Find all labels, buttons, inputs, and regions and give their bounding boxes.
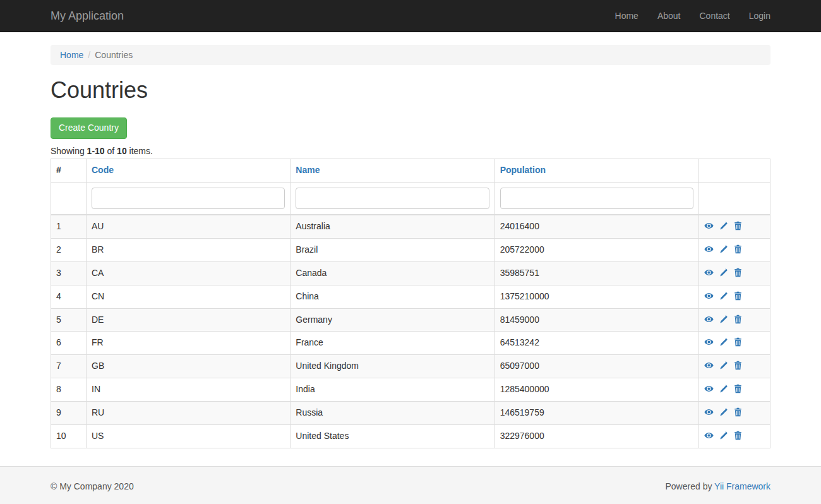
view-button[interactable] [704, 407, 714, 419]
sort-population-link[interactable]: Population [500, 165, 546, 175]
eye-icon [704, 291, 714, 301]
cell-index: 4 [51, 285, 87, 308]
cell-population: 65097000 [494, 355, 698, 378]
create-country-button[interactable]: Create Country [51, 117, 127, 139]
eye-icon [704, 384, 714, 394]
cell-code: CA [87, 261, 291, 285]
update-button[interactable] [719, 220, 728, 233]
summary-total: 10 [117, 146, 127, 156]
summary-suffix: items. [127, 146, 153, 156]
table-row: 2BRBrazil205722000 [51, 238, 770, 261]
trash-icon [733, 268, 743, 278]
header-name: Name [291, 159, 494, 182]
pencil-icon [719, 315, 728, 325]
update-button[interactable] [719, 244, 728, 256]
view-button[interactable] [704, 383, 714, 396]
eye-icon [704, 244, 714, 255]
pencil-icon [719, 221, 728, 231]
delete-button[interactable] [733, 360, 743, 373]
nav-item-contact[interactable]: Contact [690, 0, 739, 32]
summary-prefix: Showing [51, 146, 87, 156]
sort-name-link[interactable]: Name [296, 165, 320, 175]
delete-button[interactable] [733, 220, 743, 233]
breadcrumb: Home / Countries [51, 45, 770, 65]
nav-item-home[interactable]: Home [606, 0, 648, 32]
cell-code: IN [87, 378, 291, 402]
cell-population: 81459000 [494, 308, 698, 332]
delete-button[interactable] [733, 244, 743, 256]
delete-button[interactable] [733, 430, 743, 443]
population-filter-input[interactable] [500, 188, 693, 209]
update-button[interactable] [719, 291, 728, 303]
header-actions [699, 159, 770, 182]
yii-framework-link[interactable]: Yii Framework [714, 481, 770, 491]
powered-by-text: Powered by Yii Framework [665, 481, 770, 491]
pencil-icon [719, 384, 728, 394]
update-button[interactable] [719, 314, 728, 327]
cell-name: India [291, 378, 494, 402]
cell-population: 64513242 [494, 332, 698, 355]
table-row: 1AUAustralia24016400 [51, 215, 770, 238]
main-content: Home / Countries Countries Create Countr… [0, 32, 821, 466]
cell-index: 8 [51, 378, 87, 402]
view-button[interactable] [704, 291, 714, 303]
cell-actions [699, 378, 770, 402]
eye-icon [704, 361, 714, 371]
update-button[interactable] [719, 383, 728, 396]
name-filter-input[interactable] [296, 188, 489, 209]
breadcrumb-current: Countries [95, 50, 133, 60]
breadcrumb-home-link[interactable]: Home [60, 50, 83, 60]
update-button[interactable] [719, 430, 728, 443]
trash-icon [733, 431, 743, 441]
update-button[interactable] [719, 267, 728, 280]
top-navbar: My Application Home About Contact Login [0, 0, 821, 32]
delete-button[interactable] [733, 291, 743, 303]
summary-middle: of [105, 146, 117, 156]
trash-icon [733, 384, 743, 394]
update-button[interactable] [719, 337, 728, 349]
cell-population: 205722000 [494, 238, 698, 261]
cell-actions [699, 332, 770, 355]
cell-code: FR [87, 332, 291, 355]
trash-icon [733, 221, 743, 231]
cell-index: 10 [51, 425, 87, 448]
table-row: 8INIndia1285400000 [51, 378, 770, 402]
sort-code-link[interactable]: Code [92, 165, 114, 175]
filter-cell-actions [699, 182, 770, 215]
summary-range: 1-10 [87, 146, 105, 156]
view-button[interactable] [704, 430, 714, 443]
view-button[interactable] [704, 337, 714, 349]
cell-actions [699, 261, 770, 285]
cell-actions [699, 215, 770, 238]
nav-item-about[interactable]: About [648, 0, 690, 32]
update-button[interactable] [719, 407, 728, 419]
countries-grid: # Code Name Population 1AUAustralia24016… [51, 159, 770, 449]
eye-icon [704, 431, 714, 441]
delete-button[interactable] [733, 407, 743, 419]
cell-index: 1 [51, 215, 87, 238]
cell-population: 322976000 [494, 425, 698, 448]
delete-button[interactable] [733, 337, 743, 349]
page-footer: © My Company 2020 Powered by Yii Framewo… [0, 466, 821, 504]
update-button[interactable] [719, 360, 728, 373]
grid-filter-row [51, 182, 770, 215]
cell-code: CN [87, 285, 291, 308]
delete-button[interactable] [733, 314, 743, 327]
view-button[interactable] [704, 267, 714, 280]
view-button[interactable] [704, 360, 714, 373]
delete-button[interactable] [733, 267, 743, 280]
view-button[interactable] [704, 220, 714, 233]
cell-actions [699, 355, 770, 378]
view-button[interactable] [704, 314, 714, 327]
app-brand[interactable]: My Application [51, 0, 124, 32]
code-filter-input[interactable] [92, 188, 285, 209]
nav-item-login[interactable]: Login [740, 0, 770, 32]
delete-button[interactable] [733, 383, 743, 396]
cell-actions [699, 308, 770, 332]
table-row: 5DEGermany81459000 [51, 308, 770, 332]
cell-name: United States [291, 425, 494, 448]
pencil-icon [719, 337, 728, 347]
cell-name: Australia [291, 215, 494, 238]
view-button[interactable] [704, 244, 714, 256]
cell-actions [699, 238, 770, 261]
